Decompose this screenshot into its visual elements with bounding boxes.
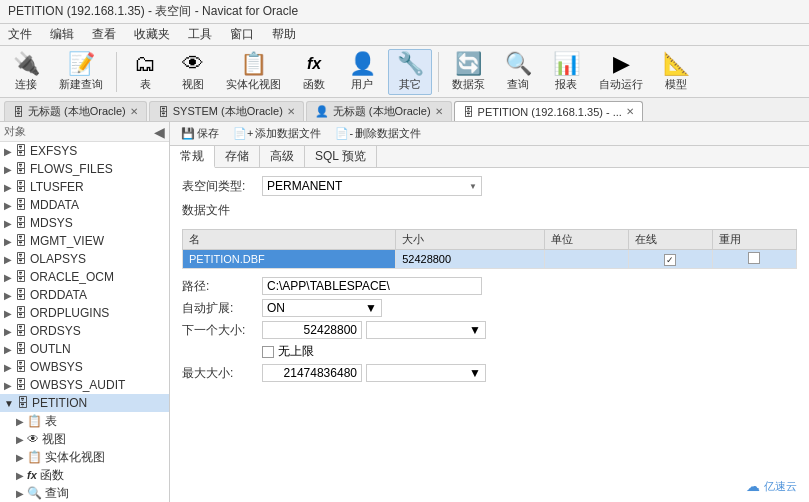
db-icon-mddata: 🗄 [15,198,27,212]
add-file-label: 添加数据文件 [255,126,321,141]
sidebar-item-func[interactable]: ▶ fx 函数 [0,466,169,484]
tab-sql-preview[interactable]: SQL 预览 [305,146,377,167]
content-area: 💾 保存 📄+ 添加数据文件 📄- 删除数据文件 常规 存储 高级 SQL 预览… [170,122,809,502]
sidebar-item-flows[interactable]: ▶ 🗄 FLOWS_FILES [0,160,169,178]
toolbar-new-query[interactable]: 📝 新建查询 [52,49,110,95]
sidebar-item-label-outln: OUTLN [30,342,71,356]
matview-tree-icon: 📋 [27,450,42,464]
sidebar-item-matview[interactable]: ▶ 📋 实体化视图 [0,448,169,466]
datafile-row-1[interactable]: PETITION.DBF 52428800 [183,250,797,269]
tab-advanced[interactable]: 高级 [260,146,305,167]
title-bar: PETITION (192.168.1.35) - 表空间 - Navicat … [0,0,809,24]
sidebar-item-ordsys[interactable]: ▶ 🗄 ORDSYS [0,322,169,340]
remove-file-button[interactable]: 📄- 删除数据文件 [330,125,426,143]
tab-storage[interactable]: 存储 [215,146,260,167]
sidebar-collapse-btn[interactable]: ◀ [154,124,165,140]
no-limit-checkbox[interactable] [262,346,274,358]
sidebar-item-table[interactable]: ▶ 📋 表 [0,412,169,430]
tab-4-close[interactable]: ✕ [626,106,634,117]
tablespace-type-select[interactable]: PERMANENT ▼ [262,176,482,196]
datafile-name-1[interactable]: PETITION.DBF [183,250,396,269]
sidebar-item-exfsys[interactable]: ▶ 🗄 EXFSYS [0,142,169,160]
sidebar-item-label-owbsys: OWBSYS [30,360,83,374]
tab-2-close[interactable]: ✕ [287,106,295,117]
sidebar-item-view[interactable]: ▶ 👁 视图 [0,430,169,448]
tab-2[interactable]: 🗄 SYSTEM (本地Oracle) ✕ [149,101,304,121]
sidebar-item-petition[interactable]: ▼ 🗄 PETITION [0,394,169,412]
tab-1[interactable]: 🗄 无标题 (本地Oracle) ✕ [4,101,147,121]
toolbar-query[interactable]: 🔍 查询 [496,49,540,95]
tab-general[interactable]: 常规 [170,146,215,168]
sidebar-item-label-flows: FLOWS_FILES [30,162,113,176]
sidebar-item-oracle-ocm[interactable]: ▶ 🗄 ORACLE_OCM [0,268,169,286]
sidebar-item-outln[interactable]: ▶ 🗄 OUTLN [0,340,169,358]
menu-view[interactable]: 查看 [88,25,120,44]
datafile-reuse-1[interactable] [712,250,796,269]
autorun-icon: ▶ [607,51,635,77]
menu-help[interactable]: 帮助 [268,25,300,44]
tablespace-type-value: PERMANENT [267,179,342,193]
expand-icon-query: ▶ [16,488,24,499]
reuse-checkbox-1[interactable] [748,252,760,264]
db-icon-ltusfer: 🗄 [15,180,27,194]
sidebar-item-mgmt[interactable]: ▶ 🗄 MGMT_VIEW [0,232,169,250]
add-file-icon: 📄+ [233,127,253,140]
datafile-online-1[interactable] [628,250,712,269]
toolbar-datapump[interactable]: 🔄 数据泵 [445,49,492,95]
expand-icon-matview: ▶ [16,452,24,463]
save-button[interactable]: 💾 保存 [176,125,224,143]
sidebar-header: 对象 ◀ [0,122,169,142]
toolbar-model[interactable]: 📐 模型 [654,49,698,95]
col-header-size: 大小 [396,230,545,250]
toolbar-view[interactable]: 👁 视图 [171,49,215,95]
path-input[interactable] [262,277,482,295]
form-tabs: 常规 存储 高级 SQL 预览 [170,146,809,168]
menu-file[interactable]: 文件 [4,25,36,44]
sidebar-item-ltusfer[interactable]: ▶ 🗄 LTUSFER [0,178,169,196]
sidebar-item-query[interactable]: ▶ 🔍 查询 [0,484,169,502]
toolbar-report[interactable]: 📊 报表 [544,49,588,95]
online-checkbox-1[interactable] [664,254,676,266]
toolbar-autorun[interactable]: ▶ 自动运行 [592,49,650,95]
max-size-unit-select[interactable]: ▼ [366,364,486,382]
tab-2-label: SYSTEM (本地Oracle) [173,104,283,119]
toolbar-connect[interactable]: 🔌 连接 [4,49,48,95]
sidebar-item-label-exfsys: EXFSYS [30,144,77,158]
sidebar-item-owbsys-audit[interactable]: ▶ 🗄 OWBSYS_AUDIT [0,376,169,394]
db-icon-mgmt: 🗄 [15,234,27,248]
toolbar-function[interactable]: fx 函数 [292,49,336,95]
sidebar-item-owbsys[interactable]: ▶ 🗄 OWBSYS [0,358,169,376]
toolbar-user[interactable]: 👤 用户 [340,49,384,95]
sidebar-item-label-orddata: ORDDATA [30,288,87,302]
datafiles-section-label: 数据文件 [182,202,230,219]
sidebar-item-mddata[interactable]: ▶ 🗄 MDDATA [0,196,169,214]
tab-3[interactable]: 👤 无标题 (本地Oracle) ✕ [306,101,452,121]
col-header-reuse: 重用 [712,230,796,250]
menu-favorites[interactable]: 收藏夹 [130,25,174,44]
toolbar-table[interactable]: 🗂 表 [123,49,167,95]
sidebar-item-olapsys[interactable]: ▶ 🗄 OLAPSYS [0,250,169,268]
tab-1-icon: 🗄 [13,106,24,118]
other-icon: 🔧 [396,51,424,77]
report-icon: 📊 [552,51,580,77]
menu-window[interactable]: 窗口 [226,25,258,44]
menu-tools[interactable]: 工具 [184,25,216,44]
menu-edit[interactable]: 编辑 [46,25,78,44]
sidebar-item-mdsys[interactable]: ▶ 🗄 MDSYS [0,214,169,232]
tab-1-close[interactable]: ✕ [130,106,138,117]
path-label: 路径: [182,278,262,295]
expand-icon-petition: ▼ [4,398,14,409]
next-size-unit-select[interactable]: ▼ [366,321,486,339]
tab-3-close[interactable]: ✕ [435,106,443,117]
next-size-input[interactable] [262,321,362,339]
sidebar-item-label-matview: 实体化视图 [45,449,105,466]
next-size-unit-arrow: ▼ [469,323,481,337]
sidebar-item-orddata[interactable]: ▶ 🗄 ORDDATA [0,286,169,304]
toolbar-matview[interactable]: 📋 实体化视图 [219,49,288,95]
toolbar-other[interactable]: 🔧 其它 [388,49,432,95]
tab-4[interactable]: 🗄 PETITION (192.168.1.35) - ... ✕ [454,101,643,121]
max-size-input[interactable] [262,364,362,382]
sidebar-item-ordplugins[interactable]: ▶ 🗄 ORDPLUGINS [0,304,169,322]
autoextend-select[interactable]: ON ▼ [262,299,382,317]
add-file-button[interactable]: 📄+ 添加数据文件 [228,125,326,143]
